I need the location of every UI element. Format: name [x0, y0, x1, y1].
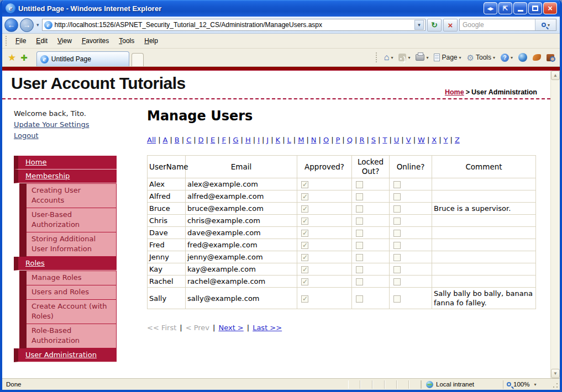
vertical-scrollbar[interactable]: ▲ ▼	[550, 71, 560, 378]
address-dropdown-icon[interactable]: ▼	[414, 20, 424, 30]
page-button[interactable]: Page▾	[432, 52, 463, 63]
online-checkbox[interactable]	[393, 266, 401, 273]
locked-out-checkbox[interactable]	[356, 278, 363, 285]
filter-letter[interactable]: V	[406, 136, 411, 144]
home-button[interactable]: ⌂▾	[382, 51, 396, 63]
locked-out-checkbox[interactable]	[356, 254, 363, 261]
nav-creating-user-accounts[interactable]: Creating User Accounts	[19, 183, 117, 208]
online-checkbox[interactable]	[393, 254, 401, 261]
online-checkbox[interactable]	[393, 278, 401, 285]
online-checkbox[interactable]	[393, 218, 401, 225]
online-checkbox[interactable]	[393, 242, 401, 249]
tools-button[interactable]: ⚙Tools▾	[465, 52, 497, 63]
tab-untitled-page[interactable]: e Untitled Page	[36, 51, 129, 66]
close-button[interactable]: ×	[543, 2, 557, 14]
nav-roles[interactable]: Roles	[14, 257, 117, 271]
new-tab-button[interactable]	[132, 53, 144, 66]
filter-letter[interactable]: W	[418, 136, 425, 144]
menu-help[interactable]: Help	[139, 35, 163, 47]
history-dropdown-icon[interactable]: ▾	[36, 22, 39, 28]
nav-manage-roles[interactable]: Manage Roles	[19, 271, 117, 285]
breadcrumb-home-link[interactable]: Home	[445, 88, 464, 96]
online-checkbox[interactable]	[393, 230, 401, 237]
filter-letter[interactable]: X	[432, 136, 437, 144]
toolbar-grip[interactable]	[6, 36, 7, 46]
approved-checkbox[interactable]	[301, 205, 308, 213]
filter-letter[interactable]: P	[336, 136, 340, 144]
popout-button[interactable]: ⇱	[498, 2, 512, 14]
online-checkbox[interactable]	[393, 193, 401, 200]
filter-letter[interactable]: D	[198, 136, 204, 144]
filter-letter[interactable]: F	[222, 136, 226, 144]
filter-letter[interactable]: L	[287, 136, 291, 144]
addon-button[interactable]	[531, 52, 543, 62]
locked-out-checkbox[interactable]	[356, 295, 363, 303]
filter-letter[interactable]: Y	[444, 136, 448, 144]
nav-create-account-with-roles[interactable]: Create Account (with Roles)	[19, 300, 117, 324]
nav-user-administration[interactable]: User Administration	[14, 348, 117, 362]
zoom-dropdown-icon[interactable]: ▾	[534, 382, 536, 387]
print-button[interactable]: ▾	[413, 52, 430, 62]
online-checkbox[interactable]	[393, 181, 401, 188]
forward-button[interactable]: →	[20, 18, 34, 32]
locked-out-checkbox[interactable]	[356, 181, 363, 188]
nav-membership[interactable]: Membership	[14, 169, 117, 183]
locked-out-checkbox[interactable]	[356, 193, 363, 200]
menu-view[interactable]: View	[52, 35, 77, 47]
filter-letter[interactable]: C	[186, 136, 191, 144]
menu-favorites[interactable]: Favorites	[77, 35, 114, 47]
approved-checkbox[interactable]	[301, 218, 308, 225]
locked-out-checkbox[interactable]	[356, 205, 363, 213]
url-text[interactable]: http://localhost:1526/ASPNET_Security_Tu…	[55, 21, 414, 29]
research-button[interactable]	[544, 52, 556, 63]
filter-letter[interactable]: G	[233, 136, 238, 144]
command-bar-grip[interactable]	[376, 52, 377, 62]
filter-letter[interactable]: T	[382, 136, 387, 144]
filter-letter[interactable]: N	[311, 136, 317, 144]
search-input[interactable]: Google ▾	[459, 19, 556, 31]
scroll-up-icon[interactable]: ▲	[551, 71, 560, 80]
filter-letter[interactable]: I	[258, 136, 260, 144]
filter-letter[interactable]: R	[359, 136, 364, 144]
filter-letter[interactable]: K	[276, 136, 281, 144]
filter-letter[interactable]: B	[175, 136, 180, 144]
nav-user-based-authorization[interactable]: User-Based Authorization	[19, 208, 117, 232]
filter-letter[interactable]: J	[266, 136, 269, 144]
add-favorite-icon[interactable]: ✚	[20, 54, 28, 62]
pager-last[interactable]: Last >>	[253, 324, 282, 332]
filter-letter[interactable]: S	[371, 136, 376, 144]
online-checkbox[interactable]	[393, 205, 401, 213]
filter-letter[interactable]: Z	[455, 136, 460, 144]
filter-letter[interactable]: U	[394, 136, 400, 144]
menu-edit[interactable]: Edit	[31, 35, 52, 47]
maximize-button[interactable]	[528, 2, 542, 14]
approved-checkbox[interactable]	[301, 295, 308, 303]
approved-checkbox[interactable]	[301, 193, 308, 200]
pager-next[interactable]: Next >	[218, 324, 243, 332]
locked-out-checkbox[interactable]	[356, 242, 363, 249]
filter-letter[interactable]: Q	[347, 136, 353, 144]
help-button[interactable]: ?▾	[498, 52, 515, 63]
search-dropdown-icon[interactable]: ▾	[548, 23, 550, 28]
minimize-button[interactable]	[513, 2, 527, 14]
locked-out-checkbox[interactable]	[356, 218, 363, 225]
messenger-button[interactable]	[516, 51, 529, 63]
filter-letter[interactable]: E	[211, 136, 215, 144]
refresh-button[interactable]: ↻	[427, 19, 442, 31]
dock-left-right-button[interactable]: ◂▸	[484, 2, 497, 14]
scroll-down-icon[interactable]: ▼	[551, 369, 560, 378]
locked-out-checkbox[interactable]	[356, 230, 363, 237]
filter-all[interactable]: All	[147, 136, 156, 144]
filter-letter[interactable]: O	[323, 136, 329, 144]
approved-checkbox[interactable]	[301, 266, 308, 273]
nav-home[interactable]: Home	[14, 156, 117, 169]
nav-storing-additional-user-information[interactable]: Storing Additional User Information	[19, 232, 117, 257]
nav-role-based-authorization[interactable]: Role-Based Authorization	[19, 324, 117, 348]
filter-letter[interactable]: H	[245, 136, 251, 144]
zoom-control[interactable]: 100% ▾	[503, 380, 550, 389]
stop-button[interactable]: ×	[443, 19, 458, 31]
approved-checkbox[interactable]	[301, 278, 308, 285]
address-input[interactable]: e http://localhost:1526/ASPNET_Security_…	[42, 19, 426, 31]
favorites-star-icon[interactable]: ★	[8, 53, 16, 62]
approved-checkbox[interactable]	[301, 181, 308, 188]
